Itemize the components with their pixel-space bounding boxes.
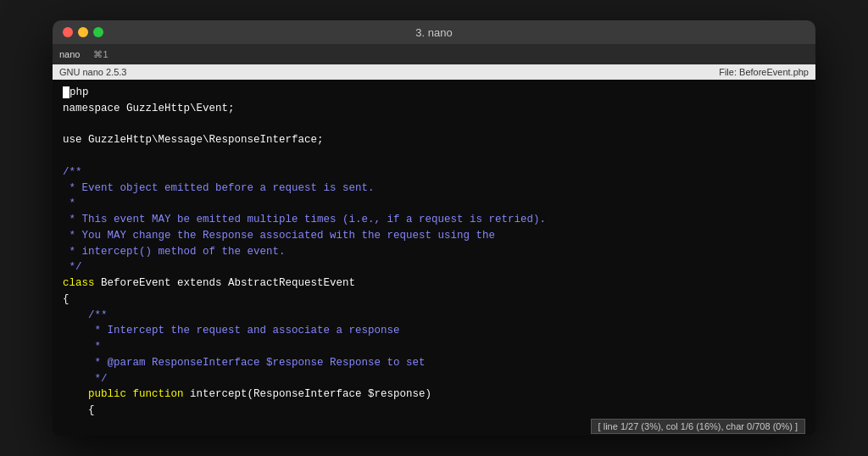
code-line-11: * intercept() method of the event.	[63, 244, 805, 260]
code-line-12: */	[63, 259, 805, 275]
code-line-2: namespace GuzzleHttp\Event;	[63, 101, 805, 117]
code-editor[interactable]: php namespace GuzzleHttp\Event; use Guzz…	[53, 80, 815, 417]
code-line-14: {	[63, 292, 805, 308]
cursor-position: [ line 1/27 (3%), col 1/6 (16%), char 0/…	[591, 419, 805, 434]
title-bar: 3. nano	[53, 20, 815, 44]
bottom-status-bar: [ line 1/27 (3%), col 1/6 (16%), char 0/…	[53, 417, 815, 436]
code-line-9: * This event MAY be emitted multiple tim…	[63, 212, 805, 228]
code-line-15: /**	[63, 308, 805, 324]
code-line-8: *	[63, 196, 805, 212]
nano-status-bar: GNU nano 2.5.3 File: BeforeEvent.php	[53, 64, 815, 80]
code-line-6: /**	[63, 164, 805, 181]
nano-version: GNU nano 2.5.3	[59, 67, 127, 77]
code-line-1: php	[63, 85, 805, 101]
code-line-17: *	[63, 339, 805, 355]
tab-shortcut: ⌘1	[93, 49, 108, 60]
tab-label[interactable]: nano	[59, 49, 80, 59]
maximize-button[interactable]	[93, 27, 103, 37]
code-line-16: * Intercept the request and associate a …	[63, 323, 805, 339]
code-line-13: class BeforeEvent extends AbstractReques…	[63, 275, 805, 292]
terminal-window: 3. nano nano ⌘1 GNU nano 2.5.3 File: Bef…	[53, 20, 815, 436]
code-line-3	[63, 117, 805, 133]
window-title: 3. nano	[415, 26, 452, 39]
code-line-20: public function intercept(ResponseInterf…	[63, 386, 805, 403]
cursor	[63, 86, 70, 98]
code-line-21: {	[63, 403, 805, 417]
traffic-lights	[63, 27, 103, 37]
code-line-7: * Event object emitted before a request …	[63, 181, 805, 197]
code-line-19: */	[63, 371, 805, 387]
code-line-5	[63, 148, 805, 164]
file-name: File: BeforeEvent.php	[719, 67, 809, 77]
code-line-18: * @param ResponseInterface $response Res…	[63, 355, 805, 371]
close-button[interactable]	[63, 27, 73, 37]
minimize-button[interactable]	[78, 27, 88, 37]
tab-bar: nano ⌘1	[53, 44, 815, 64]
code-line-10: * You MAY change the Response associated…	[63, 228, 805, 244]
code-line-4: use GuzzleHttp\Message\ResponseInterface…	[63, 132, 805, 148]
